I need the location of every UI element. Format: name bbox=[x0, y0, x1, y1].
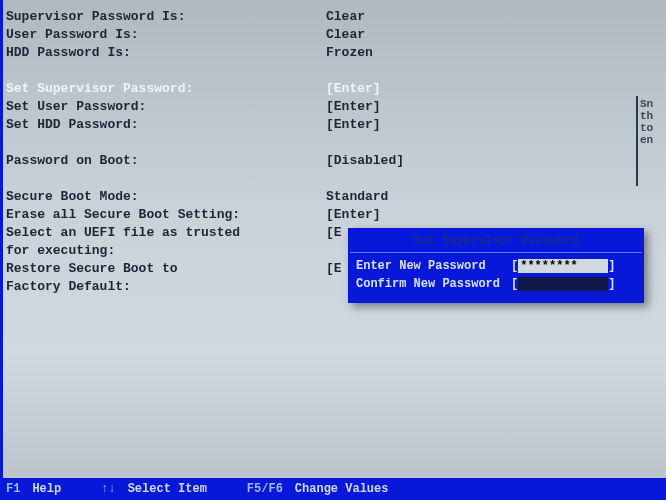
set-hdd-password-action[interactable]: [Enter] bbox=[326, 116, 660, 134]
select-item-text: Select Item bbox=[128, 482, 207, 496]
password-on-boot-item[interactable]: Password on Boot: bbox=[6, 152, 326, 170]
secure-boot-mode-value[interactable]: Standard bbox=[326, 188, 660, 206]
hdd-password-status-value: Frozen bbox=[326, 44, 660, 62]
f1-help-text: Help bbox=[32, 482, 61, 496]
enter-new-password-label: Enter New Password bbox=[356, 259, 511, 273]
restore-secure-boot-line2[interactable]: Factory Default: bbox=[6, 278, 326, 296]
select-uefi-item-line2[interactable]: for executing: bbox=[6, 242, 326, 260]
supervisor-password-status-value: Clear bbox=[326, 8, 660, 26]
confirm-new-password-input[interactable] bbox=[518, 277, 608, 291]
user-password-status-value: Clear bbox=[326, 26, 660, 44]
f5f6-key: F5/F6 bbox=[247, 482, 283, 496]
bottom-help-bar: F1 Help ↑↓ Select Item F5/F6 Change Valu… bbox=[0, 478, 666, 500]
user-password-status-label: User Password Is: bbox=[6, 26, 326, 44]
arrow-keys-icon: ↑↓ bbox=[101, 482, 115, 496]
supervisor-password-status-label: Supervisor Password Is: bbox=[6, 8, 326, 26]
hdd-password-status-label: HDD Password Is: bbox=[6, 44, 326, 62]
select-uefi-item-line1[interactable]: Select an UEFI file as trusted bbox=[6, 224, 326, 242]
set-hdd-password-item[interactable]: Set HDD Password: bbox=[6, 116, 326, 134]
erase-secure-boot-action[interactable]: [Enter] bbox=[326, 206, 660, 224]
f1-key: F1 bbox=[6, 482, 20, 496]
secure-boot-mode-item[interactable]: Secure Boot Mode: bbox=[6, 188, 326, 206]
set-user-password-item[interactable]: Set User Password: bbox=[6, 98, 326, 116]
dialog-title: Set Supervisor Password bbox=[350, 230, 642, 252]
restore-secure-boot-line1[interactable]: Restore Secure Boot to bbox=[6, 260, 326, 278]
set-supervisor-password-item[interactable]: Set Supervisor Password: bbox=[6, 80, 326, 98]
confirm-new-password-label: Confirm New Password bbox=[356, 277, 511, 291]
set-supervisor-password-action[interactable]: [Enter] bbox=[326, 80, 660, 98]
set-user-password-action[interactable]: [Enter] bbox=[326, 98, 660, 116]
enter-new-password-input[interactable]: ******** bbox=[518, 259, 608, 273]
password-on-boot-value[interactable]: [Disabled] bbox=[326, 152, 660, 170]
change-values-text: Change Values bbox=[295, 482, 389, 496]
help-panel: Sn th to en bbox=[636, 96, 666, 186]
erase-secure-boot-item[interactable]: Erase all Secure Boot Setting: bbox=[6, 206, 326, 224]
set-supervisor-password-dialog: Set Supervisor Password Enter New Passwo… bbox=[348, 228, 644, 303]
